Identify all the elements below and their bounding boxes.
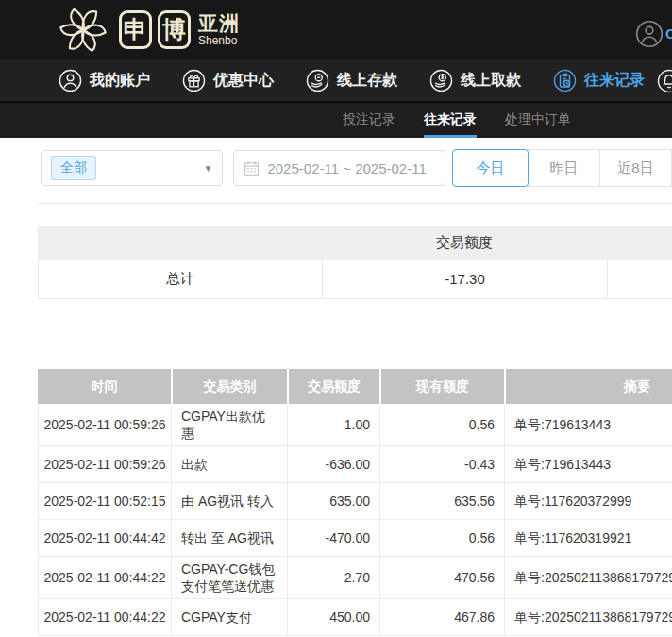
nav-label: 线上取款 — [461, 71, 521, 91]
user-avatar-icon[interactable] — [635, 20, 664, 48]
withdraw-icon — [429, 69, 453, 92]
cell-type: 由 AG视讯 转入 — [172, 483, 288, 519]
cell-amount: 635.00 — [288, 483, 380, 519]
cell-type: 转出 至 AG视讯 — [172, 520, 288, 556]
nav-label: 往来记录 — [584, 71, 645, 91]
table-row: 2025-02-11 00:44:22CGPAY-CG钱包支付笔笔送优惠2.70… — [38, 557, 672, 599]
summary-empty-cell — [608, 260, 672, 298]
type-filter-selected[interactable]: 全部 — [51, 156, 96, 180]
user-icon — [59, 69, 82, 92]
cell-balance: 0.56 — [380, 404, 505, 445]
calendar-icon — [244, 160, 260, 176]
summary-table-header: 交易额度 — [38, 226, 672, 260]
cell-time: 2025-02-11 00:59:26 — [39, 446, 172, 482]
summary-total-label: 总计 — [39, 260, 323, 298]
filter-bar: 全部 ▼ 2025-02-11 ~ 2025-02-11 今日 昨日 近8日 — [38, 138, 672, 204]
username-partial[interactable]: C — [665, 25, 672, 42]
tab-transaction-records[interactable]: 往来记录 — [424, 103, 477, 138]
cell-balance: 0.56 — [380, 520, 505, 556]
flower-logo-icon — [55, 3, 111, 56]
cell-time: 2025-02-11 00:52:15 — [39, 483, 172, 519]
chevron-down-icon: ▼ — [204, 163, 213, 174]
logo-char-shen: 申 — [119, 10, 152, 49]
cell-summary: 单号:202502113868179729 — [505, 599, 672, 635]
cell-balance: 635.56 — [380, 483, 505, 519]
top-header: 申 博 亚洲 Shenbo C — [0, 0, 672, 59]
transactions-body: 2025-02-11 00:59:26CGPAY出款优惠1.000.56单号:7… — [38, 404, 672, 636]
transactions-table: 时间 交易类别 交易额度 现有额度 摘要 2025-02-11 00:59:26… — [38, 369, 672, 636]
logo-region: 亚洲 Shenbo — [198, 13, 240, 46]
table-row: 2025-02-11 00:52:15由 AG视讯 转入635.00635.56… — [38, 483, 672, 520]
cell-type: CGPAY出款优惠 — [172, 404, 288, 445]
nav-label: 我的账户 — [90, 71, 150, 91]
logo-char-bo: 博 — [158, 10, 191, 49]
summary-header-amount: 交易额度 — [322, 234, 607, 252]
column-header-summary: 摘要 — [504, 369, 672, 404]
logo-region-en: Shenbo — [198, 35, 240, 46]
deposit-icon — [306, 69, 329, 92]
transactions-table-header: 时间 交易类别 交易额度 现有额度 摘要 — [38, 369, 672, 404]
cell-type: 出款 — [172, 446, 288, 482]
column-header-amount: 交易额度 — [287, 369, 379, 404]
cell-summary: 单号:202502113868179729 — [505, 557, 672, 598]
nav-item-deposit[interactable]: 线上存款 — [306, 69, 397, 92]
nav-item-promotions[interactable]: 优惠中心 — [182, 69, 274, 92]
summary-table: 交易额度 总计 -17.30 — [38, 226, 672, 299]
nav-item-my-account[interactable]: 我的账户 — [59, 69, 150, 92]
nav-label: 线上存款 — [337, 71, 397, 91]
logo-region-zh: 亚洲 — [198, 13, 240, 33]
sub-nav: 投注记录 往来记录 处理中订单 — [0, 103, 672, 138]
summary-total-row: 总计 -17.30 — [38, 260, 672, 299]
column-header-balance: 现有额度 — [379, 369, 504, 404]
brand-logo[interactable]: 申 博 亚洲 Shenbo — [55, 3, 240, 56]
yesterday-button[interactable]: 昨日 — [528, 149, 600, 187]
table-row: 2025-02-11 00:44:22CGPAY支付450.00467.86单号… — [38, 599, 672, 636]
cell-time: 2025-02-11 00:44:42 — [39, 520, 172, 556]
main-nav: 我的账户 优惠中心 线上存款 — [0, 59, 672, 103]
nav-label: 优惠中心 — [213, 71, 274, 91]
cell-amount: 450.00 — [288, 599, 380, 635]
cell-summary: 单号:719613443 — [505, 446, 672, 482]
column-header-time: 时间 — [38, 369, 171, 404]
cell-amount: -636.00 — [288, 446, 380, 482]
last-8-days-button[interactable]: 近8日 — [599, 149, 672, 187]
table-row: 2025-02-11 00:59:26出款-636.00-0.43单号:7196… — [38, 446, 672, 483]
cell-type: CGPAY支付 — [172, 599, 288, 635]
date-range-value: 2025-02-11 ~ 2025-02-11 — [267, 160, 426, 176]
quick-date-buttons: 今日 昨日 近8日 — [452, 149, 672, 187]
tab-pending-orders[interactable]: 处理中订单 — [505, 103, 571, 138]
cell-amount: 2.70 — [288, 557, 380, 598]
cell-time: 2025-02-11 00:44:22 — [39, 599, 172, 635]
date-range-input[interactable]: 2025-02-11 ~ 2025-02-11 — [233, 150, 445, 186]
summary-total-value: -17.30 — [323, 260, 608, 298]
nav-item-withdraw[interactable]: 线上取款 — [429, 69, 521, 92]
cell-balance: -0.43 — [380, 446, 505, 482]
column-header-type: 交易类别 — [171, 369, 287, 404]
cell-summary: 单号:117620319921 — [505, 520, 672, 556]
cell-amount: -470.00 — [288, 520, 380, 556]
cell-time: 2025-02-11 00:44:22 — [39, 557, 172, 598]
records-icon — [553, 69, 577, 92]
table-row: 2025-02-11 00:44:42转出 至 AG视讯-470.000.56单… — [38, 520, 672, 557]
gift-icon — [182, 69, 206, 92]
type-filter-dropdown[interactable]: 全部 ▼ — [41, 150, 223, 186]
cell-balance: 467.86 — [380, 599, 505, 635]
cell-summary: 单号:719613443 — [505, 404, 672, 445]
cell-amount: 1.00 — [288, 404, 380, 445]
table-row: 2025-02-11 00:59:26CGPAY出款优惠1.000.56单号:7… — [38, 404, 672, 446]
cell-summary: 单号:117620372999 — [505, 483, 672, 519]
cell-type: CGPAY-CG钱包支付笔笔送优惠 — [172, 557, 288, 598]
cell-time: 2025-02-11 00:59:26 — [39, 404, 172, 445]
bell-icon[interactable] — [657, 69, 672, 93]
cell-balance: 470.56 — [380, 557, 505, 598]
tab-bet-records[interactable]: 投注记录 — [343, 103, 395, 138]
nav-item-records[interactable]: 往来记录 — [553, 69, 645, 92]
today-button[interactable]: 今日 — [452, 149, 529, 187]
